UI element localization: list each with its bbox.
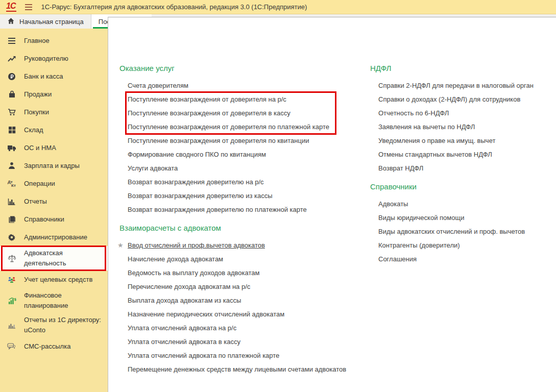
sidebar-item-finplan[interactable]: $Финансовое планирование (0, 288, 108, 313)
svg-text:$: $ (14, 298, 16, 302)
menu-item-link[interactable]: Виды юридической помощи (370, 211, 556, 225)
sidebar-item-bag[interactable]: Продажи (0, 85, 108, 103)
sidebar-item-label: Продажи (24, 89, 52, 100)
chart-icon (6, 197, 17, 207)
sidebar-item-label: Отчеты (24, 197, 47, 207)
menu-item-link[interactable]: Начисление дохода адвокатам (119, 252, 370, 266)
menu-item-link[interactable]: Уплата отчислений адвоката в кассу (119, 335, 370, 349)
menu-item-link[interactable]: Возврат вознаграждения доверителю на р/с (119, 175, 370, 189)
menu-item-link[interactable]: Возврат вознаграждения доверителю из кас… (119, 189, 370, 203)
sidebar-item-truck[interactable]: ОС и НМА (0, 139, 108, 157)
person-icon (6, 161, 17, 171)
menu-item-link[interactable]: Справки 2-НДФЛ для передачи в налоговый … (370, 79, 556, 92)
menu-item-label: Отчетность по 6-НДФЛ (378, 109, 449, 117)
menu-item-link[interactable]: Виды адвокатских отчислений и проф. выче… (370, 225, 556, 238)
menu-item-label: Поступление вознаграждения от доверителя… (128, 123, 329, 131)
menu-item-link[interactable]: Услуги адвоката (119, 161, 370, 175)
menu-item-label: Поступление вознаграждения от доверителя… (128, 95, 286, 103)
menu-item-link[interactable]: Возврат НДФЛ (370, 161, 556, 175)
sidebar-item-dtkt[interactable]: ДтКтОперации (0, 175, 108, 192)
bag-icon (6, 89, 17, 100)
sidebar-item-scales[interactable]: Адвокатская деятельность (0, 246, 108, 271)
tab-home-label: Начальная страница (19, 18, 84, 26)
menu-item-link[interactable]: Отмены стандартных вычетов НДФЛ (370, 148, 556, 161)
books-icon (6, 214, 17, 225)
uconto-icon (6, 320, 17, 330)
menu-item-link[interactable]: Возврат вознаграждения доверителю по пла… (119, 203, 370, 216)
menu-item-label: Уплата отчислений адвоката на р/с (128, 324, 236, 332)
menu-item-link[interactable]: Уплата отчислений адвоката по платежной … (119, 349, 370, 362)
menu-item-link[interactable]: Справки о доходах (2-НДФЛ) для сотрудник… (370, 92, 556, 106)
home-icon (7, 17, 15, 26)
sidebar-item-label: Банк и касса (24, 71, 63, 82)
sidebar-item-label: Главное (24, 36, 50, 46)
sidebar-item-label: Финансовое планирование (24, 290, 104, 311)
sidebar-item-ruble[interactable]: Банк и касса (0, 67, 108, 85)
sidebar-item-label: Склад (24, 125, 43, 135)
cart-icon (6, 107, 17, 117)
sidebar-item-sms[interactable]: smsСМС-рассылка (0, 337, 108, 355)
menu-item-link[interactable]: Формирование сводного ПКО по квитанциям (119, 148, 370, 161)
menu-section: Взаиморасчеты с адвокатом★Ввод отчислени… (119, 223, 370, 376)
menu-item-link[interactable]: Контрагенты (доверители) (370, 238, 556, 252)
menu-item-link[interactable]: Соглашения (370, 252, 556, 266)
sidebar-item-label: Операции (24, 179, 55, 189)
section-title: НДФЛ (370, 63, 556, 74)
menu-item-label: Перемещение денежных средств между лицев… (128, 365, 346, 373)
menu-item-label: Уплата отчислений адвоката в кассу (128, 338, 240, 346)
menu-item-link[interactable]: Перемещение денежных средств между лицев… (119, 362, 370, 376)
menu-item-link[interactable]: Перечисление дохода адвокатам на р/с (119, 280, 370, 293)
menu-section: НДФЛСправки 2-НДФЛ для передачи в налого… (370, 63, 556, 175)
menu-item-label: Перечисление дохода адвокатам на р/с (128, 283, 250, 290)
trend-icon (6, 54, 17, 64)
sidebar-item-menu[interactable]: Главное (0, 32, 108, 50)
menu-item-link[interactable]: Уплата отчислений адвоката на р/с (119, 321, 370, 335)
grid-icon (6, 125, 17, 135)
menu-item-link[interactable]: ★Ввод отчислений и проф.вычетов адвокато… (119, 238, 370, 252)
menu-item-link[interactable]: Отчетность по 6-НДФЛ (370, 106, 556, 120)
sidebar-item-label: Учет целевых средств (24, 275, 92, 285)
sidebar-item-label: ОС и НМА (24, 143, 56, 153)
menu-item-link[interactable]: Адвокаты (370, 197, 556, 211)
sidebar-item-person[interactable]: Зарплата и кадры (0, 157, 108, 175)
menu-item-label: Справки о доходах (2-НДФЛ) для сотрудник… (378, 95, 520, 103)
annotation-red-box: Поступление вознаграждения от доверителя… (119, 92, 370, 134)
menu-item-label: Уведомления о праве на имущ. вычет (378, 137, 495, 144)
sidebar-item-label: Покупки (24, 107, 49, 117)
menu-item-link[interactable]: Поступление вознаграждения от доверителя… (119, 92, 370, 106)
tab-home[interactable]: Начальная страница (0, 14, 91, 29)
menu-item-link[interactable]: Поступление вознаграждения от доверителя… (119, 134, 370, 148)
menu-item-link[interactable]: Уведомления о праве на имущ. вычет (370, 134, 556, 148)
sidebar-item-grid[interactable]: Склад (0, 121, 108, 139)
menu-item-label: Возврат вознаграждения доверителю на р/с (128, 178, 264, 186)
sidebar-item-chart[interactable]: Отчеты (0, 192, 108, 210)
sidebar-item-cart[interactable]: Покупки (0, 103, 108, 121)
menu-item-label: Возврат вознаграждения доверителю из кас… (128, 192, 273, 200)
sidebar-item-gear[interactable]: Администрирование (0, 228, 108, 246)
sidebar-item-books[interactable]: Справочники (0, 210, 108, 228)
sidebar-item-uconto[interactable]: Отчеты из 1С директору: uConto (0, 313, 108, 337)
sidebar-item-trend[interactable]: Руководителю (0, 50, 108, 67)
sidebar-item-people[interactable]: Учет целевых средств (0, 271, 108, 288)
menu-item-link[interactable]: Выплата дохода адвокатам из кассы (119, 293, 370, 307)
scales-icon (6, 253, 17, 263)
menu-item-label: Отмены стандартных вычетов НДФЛ (378, 151, 492, 158)
menu-section: СправочникиАдвокатыВиды юридической помо… (370, 182, 556, 266)
favorite-star-icon[interactable]: ★ (117, 238, 126, 252)
menu-item-link[interactable]: Ведомость на выплату доходов адвокатам (119, 266, 370, 280)
menu-item-link[interactable]: Назначение периодических отчислений адво… (119, 307, 370, 321)
menu-item-link[interactable]: Заявления на вычеты по НДФЛ (370, 120, 556, 134)
sidebar-item-label: Администрирование (24, 232, 87, 242)
menu-item-label: Уплата отчислений адвоката по платежной … (128, 352, 279, 359)
menu-item-link[interactable]: Счета доверителям (119, 79, 370, 92)
menu-item-link[interactable]: Поступление вознаграждения от доверителя… (119, 120, 370, 134)
menu-item-label: Начисление дохода адвокатам (128, 255, 223, 263)
menu-item-link[interactable]: Поступление вознаграждения от доверителя… (119, 106, 370, 120)
sidebar-item-label: Справочники (24, 214, 64, 225)
main-menu-hamburger-icon[interactable] (25, 4, 33, 11)
menu-item-label: Назначение периодических отчислений адво… (128, 310, 284, 318)
menu-item-label: Счета доверителям (128, 82, 188, 89)
gear-icon (6, 232, 17, 242)
menu-item-label: Виды юридической помощи (378, 214, 464, 222)
sidebar: ГлавноеРуководителюБанк и кассаПродажиПо… (0, 29, 108, 392)
